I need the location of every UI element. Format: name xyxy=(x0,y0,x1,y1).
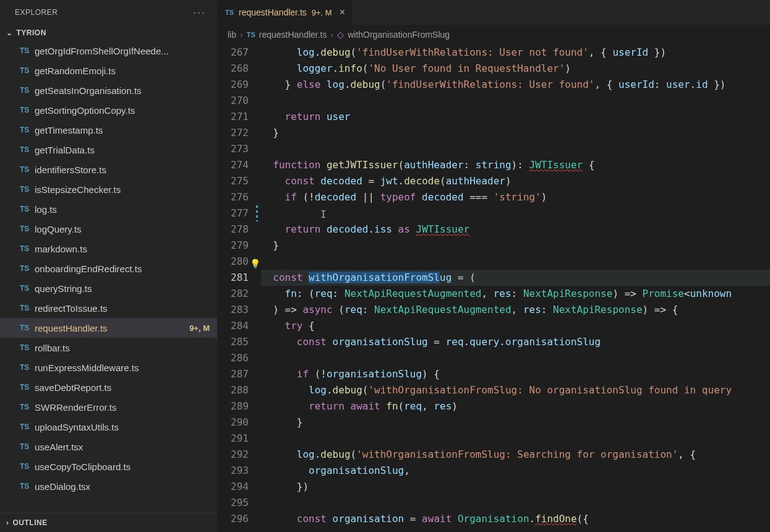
git-gutter-indicator xyxy=(256,205,258,221)
sidebar-more-icon[interactable]: ··· xyxy=(193,6,206,19)
code-line[interactable]: 💡 xyxy=(261,254,770,270)
file-item[interactable]: TSonboardingEndRedirect.ts xyxy=(0,259,217,278)
line-number: 289 xyxy=(218,398,249,414)
code-line[interactable] xyxy=(261,93,770,109)
file-item[interactable]: TSuseAlert.tsx xyxy=(0,437,217,457)
file-item[interactable]: TSrollbar.ts xyxy=(0,338,217,358)
code-line[interactable]: if (!decoded || typeof decoded === 'stri… xyxy=(261,189,770,205)
file-item[interactable]: TSidentifiersStore.ts xyxy=(0,160,217,179)
breadcrumb[interactable]: lib › TS requestHandler.ts › ◇ withOrgan… xyxy=(218,25,770,45)
line-number: 269 xyxy=(218,77,249,93)
code-line[interactable]: return await fn(req, res) xyxy=(261,398,770,414)
file-item[interactable]: TSlogQuery.ts xyxy=(0,219,217,239)
file-item[interactable]: TSuseCopyToClipboard.ts xyxy=(0,457,217,476)
code-line[interactable]: } xyxy=(261,414,770,431)
file-item[interactable]: TSmarkdown.ts xyxy=(0,239,217,259)
breadcrumb-file[interactable]: requestHandler.ts xyxy=(259,30,327,40)
line-number: 286 xyxy=(218,350,249,366)
ts-file-icon: TS xyxy=(20,126,35,134)
outline-header[interactable]: › OUTLINE xyxy=(0,513,217,532)
line-number: 281 xyxy=(218,270,249,286)
file-item[interactable]: TSgetSortingOptionCopy.ts xyxy=(0,100,217,120)
code-line[interactable]: function getJWTIssuer(authHeader: string… xyxy=(261,157,770,173)
file-item[interactable]: TSrunExpressMiddleware.ts xyxy=(0,358,217,377)
file-item[interactable]: TSgetOrgIdFromShellOrgIfNeede... xyxy=(0,41,217,61)
code-line[interactable]: const organisation = await Organisation.… xyxy=(261,511,770,527)
chevron-right-icon: › xyxy=(240,30,243,40)
ts-file-icon: TS xyxy=(20,482,35,491)
file-item[interactable]: TSlog.ts xyxy=(0,199,217,219)
code-line[interactable]: log.debug('withOrganisationFromSlug: No … xyxy=(261,382,770,398)
chevron-down-icon: ⌄ xyxy=(6,28,13,37)
ts-file-icon: TS xyxy=(225,9,234,16)
code-line[interactable] xyxy=(261,431,770,447)
code-line[interactable]: } xyxy=(261,125,770,141)
code-line[interactable] xyxy=(261,495,770,511)
code-line[interactable]: const withOrganisationFromSlug = ( xyxy=(261,270,770,286)
editor-tab[interactable]: TS requestHandler.ts 9+, M × xyxy=(218,0,353,25)
code-line[interactable]: if (!organisationSlug) { xyxy=(261,366,770,382)
file-name: uploadSyntaxUtils.ts xyxy=(35,422,210,432)
code-line[interactable]: fn: (req: NextApiRequestAugmented, res: … xyxy=(261,286,770,302)
code-line[interactable]: const organisationSlug = req.query.organ… xyxy=(261,334,770,350)
file-item[interactable]: TSqueryString.ts xyxy=(0,278,217,298)
line-number: 287 xyxy=(218,366,249,382)
file-item[interactable]: TSSWRRenderError.ts xyxy=(0,397,217,417)
lightbulb-icon[interactable]: 💡 xyxy=(250,255,260,272)
code-line[interactable]: return decoded.iss as JWTIssuer xyxy=(261,221,770,238)
line-number-gutter: 2672682692702712722732742752762772782792… xyxy=(218,45,261,532)
project-header[interactable]: ⌄ TYRION xyxy=(0,25,217,41)
code-line[interactable]: I xyxy=(261,205,770,221)
line-number: 273 xyxy=(218,141,249,157)
file-item[interactable]: TSgetTimestamp.ts xyxy=(0,120,217,140)
file-name: getOrgIdFromShellOrgIfNeede... xyxy=(35,46,210,56)
code-line[interactable]: ) => async (req: NextApiRequestAugmented… xyxy=(261,302,770,318)
file-name: saveDebtReport.ts xyxy=(35,382,210,393)
file-name: log.ts xyxy=(35,204,210,215)
symbol-icon: ◇ xyxy=(337,30,344,40)
file-item[interactable]: TSgetTrialData.ts xyxy=(0,140,217,160)
code-line[interactable]: return user xyxy=(261,109,770,125)
file-item[interactable]: TSgetRandomEmoji.ts xyxy=(0,61,217,80)
ts-file-icon: TS xyxy=(20,284,35,293)
ts-file-icon: TS xyxy=(20,165,35,174)
code-line[interactable]: } else log.debug('findUserWithRelations:… xyxy=(261,77,770,93)
close-icon[interactable]: × xyxy=(340,7,345,18)
ts-file-icon: TS xyxy=(20,106,35,114)
file-item[interactable]: TSsaveDebtReport.ts xyxy=(0,377,217,397)
line-number: 290 xyxy=(218,414,249,431)
code-line[interactable]: }) xyxy=(261,479,770,495)
file-item[interactable]: TSuseDialog.tsx xyxy=(0,476,217,496)
file-name: getTimestamp.ts xyxy=(35,125,210,135)
file-item[interactable]: TSisStepsizeChecker.ts xyxy=(0,179,217,199)
line-number: 279 xyxy=(218,238,249,254)
line-number: 291 xyxy=(218,431,249,447)
ts-file-icon: TS xyxy=(20,304,35,312)
file-name: logQuery.ts xyxy=(35,224,210,234)
line-number: 271 xyxy=(218,109,249,125)
file-item[interactable]: TSrequestHandler.ts9+, M xyxy=(0,318,217,338)
code-content[interactable]: log.debug('findUserWithRelations: User n… xyxy=(261,45,770,532)
file-item[interactable]: TSuploadSyntaxUtils.ts xyxy=(0,417,217,437)
code-line[interactable]: logger.info('No User found in RequestHan… xyxy=(261,61,770,77)
outline-label: OUTLINE xyxy=(13,518,48,527)
file-name: getSeatsInOrganisation.ts xyxy=(35,85,210,96)
code-line[interactable]: organisationSlug, xyxy=(261,463,770,479)
file-item[interactable]: TSgetSeatsInOrganisation.ts xyxy=(0,80,217,100)
code-line[interactable]: } xyxy=(261,238,770,254)
code-line[interactable]: const decoded = jwt.decode(authHeader) xyxy=(261,173,770,189)
ts-file-icon: TS xyxy=(20,46,35,55)
editor-main: TS requestHandler.ts 9+, M × lib › TS re… xyxy=(218,0,770,532)
code-line[interactable]: log.debug('withOrganisationFromSlug: Sea… xyxy=(261,447,770,463)
ts-file-icon: TS xyxy=(20,66,35,75)
code-line[interactable] xyxy=(261,141,770,157)
code-editor[interactable]: 2672682692702712722732742752762772782792… xyxy=(218,45,770,532)
sidebar-title: EXPLORER xyxy=(15,8,58,17)
ts-file-icon: TS xyxy=(20,403,35,411)
breadcrumb-symbol[interactable]: withOrganisationFromSlug xyxy=(348,30,450,40)
file-item[interactable]: TSredirectToIssue.ts xyxy=(0,298,217,318)
code-line[interactable] xyxy=(261,350,770,366)
code-line[interactable]: log.debug('findUserWithRelations: User n… xyxy=(261,45,770,61)
breadcrumb-folder[interactable]: lib xyxy=(228,30,236,40)
code-line[interactable]: try { xyxy=(261,318,770,334)
